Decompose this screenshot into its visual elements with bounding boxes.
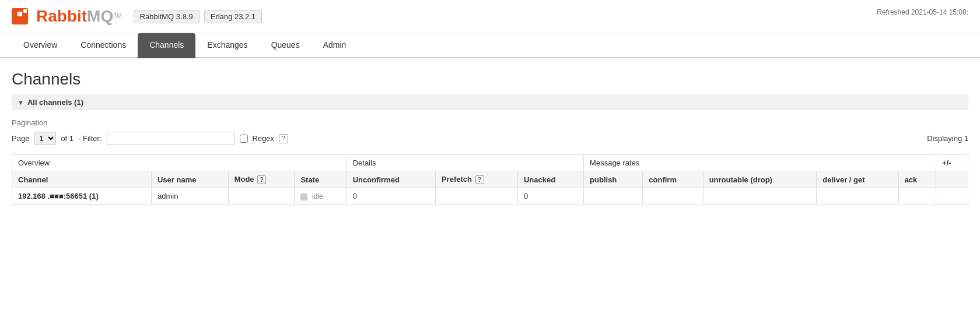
mode-help-icon[interactable]: ?	[257, 175, 266, 184]
erlang-version-badge: Erlang 23.2.1	[204, 10, 262, 23]
col-header-mode: Mode ?	[228, 171, 295, 188]
filter-label: - Filter:	[78, 134, 102, 143]
cell-state: idle	[295, 188, 346, 205]
col-header-deliver-get: deliver / get	[817, 171, 898, 188]
cell-unroutable	[703, 188, 817, 205]
col-header-confirm: confirm	[643, 171, 703, 188]
main-content: Channels ▼ All channels (1) Pagination P…	[0, 58, 980, 216]
plus-minus-col[interactable]: +/-	[936, 155, 968, 171]
col-header-username: User name	[151, 171, 228, 188]
state-indicator-icon	[300, 193, 307, 200]
logo: RabbitMQTM	[12, 6, 122, 27]
page-title: Channels	[12, 70, 968, 89]
col-header-unacked: Unacked	[517, 171, 583, 188]
logo-icon	[12, 6, 33, 27]
collapse-arrow-icon: ▼	[18, 99, 24, 106]
page-select[interactable]: 1	[34, 132, 56, 145]
col-header-prefetch: Prefetch ?	[435, 171, 517, 188]
prefetch-help-icon[interactable]: ?	[475, 175, 484, 184]
top-bar: RabbitMQTM RabbitMQ 3.8.9 Erlang 23.2.1 …	[0, 0, 980, 33]
nav-item-exchanges[interactable]: Exchanges	[195, 33, 259, 58]
all-channels-section-header[interactable]: ▼ All channels (1)	[12, 94, 968, 110]
col-header-ack: ack	[898, 171, 936, 188]
cell-plusminus-empty	[936, 188, 968, 205]
col-header-unconfirmed: Unconfirmed	[346, 171, 435, 188]
cell-ack	[898, 188, 936, 205]
rabbitmq-version-badge: RabbitMQ 3.8.9	[134, 10, 200, 23]
of-label: of 1	[61, 134, 74, 143]
nav-item-channels[interactable]: Channels	[138, 33, 195, 58]
refresh-time: Refreshed 2021-05-14 15:08:	[877, 8, 968, 16]
nav-item-admin[interactable]: Admin	[312, 33, 358, 58]
col-header-plusminus-empty	[936, 171, 968, 188]
nav-bar: Overview Connections Channels Exchanges …	[0, 33, 980, 58]
nav-item-queues[interactable]: Queues	[260, 33, 312, 58]
cell-confirm	[643, 188, 703, 205]
filter-input[interactable]	[107, 132, 235, 145]
pagination-label: Pagination	[12, 118, 968, 127]
cell-username: admin	[151, 188, 228, 205]
svg-rect-2	[23, 9, 27, 13]
col-header-publish: publish	[584, 171, 643, 188]
col-group-rates: Message rates	[584, 155, 936, 171]
svg-rect-1	[18, 12, 22, 16]
pagination-section: Pagination Page 1 of 1 - Filter: Regex ?…	[12, 118, 968, 145]
cell-channel[interactable]: 192.168 .■■■:56651 (1)	[12, 188, 152, 205]
nav-item-overview[interactable]: Overview	[12, 33, 69, 58]
cell-unconfirmed: 0	[346, 188, 435, 205]
regex-checkbox[interactable]	[240, 135, 248, 143]
col-header-channel: Channel	[12, 171, 152, 188]
regex-label: Regex	[253, 134, 275, 143]
col-header-unroutable: unroutable (drop)	[703, 171, 817, 188]
channels-table: Overview Details Message rates +/- Chann…	[12, 154, 968, 205]
cell-prefetch	[435, 188, 517, 205]
col-group-overview: Overview	[12, 155, 347, 171]
col-group-details: Details	[346, 155, 583, 171]
section-label: All channels (1)	[27, 98, 83, 107]
cell-mode	[228, 188, 295, 205]
cell-unacked: 0	[517, 188, 583, 205]
cell-publish	[584, 188, 643, 205]
pagination-controls: Page 1 of 1 - Filter: Regex ? Displaying…	[12, 132, 968, 145]
col-header-state: State	[295, 171, 346, 188]
cell-deliver-get	[817, 188, 898, 205]
table-row: 192.168 .■■■:56651 (1) admin idle 0 0	[12, 188, 968, 205]
nav-item-connections[interactable]: Connections	[69, 33, 138, 58]
regex-help-icon[interactable]: ?	[279, 134, 288, 143]
version-badges: RabbitMQ 3.8.9 Erlang 23.2.1	[134, 10, 262, 23]
page-label: Page	[12, 134, 29, 143]
logo-rabbit: RabbitMQTM	[36, 7, 122, 26]
displaying-text: Displaying 1	[927, 134, 968, 143]
